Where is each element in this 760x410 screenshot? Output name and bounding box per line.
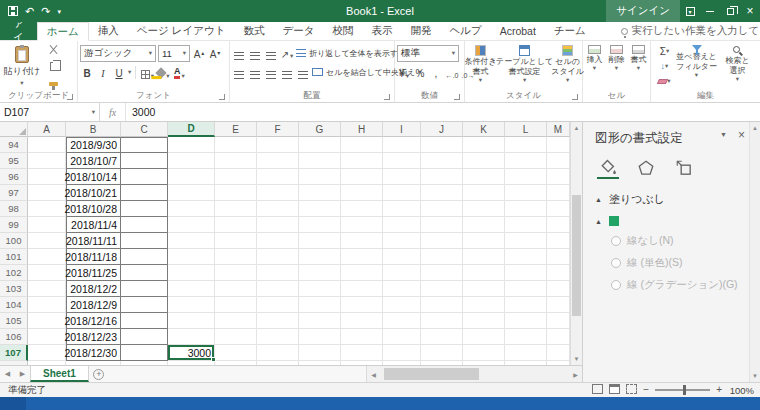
pane-close-button[interactable]: × — [738, 128, 745, 142]
column-header-H[interactable]: H — [341, 122, 383, 137]
cell-E101[interactable] — [215, 249, 257, 265]
cell-H105[interactable] — [341, 313, 383, 329]
cell-L105[interactable] — [505, 313, 547, 329]
cell-K95[interactable] — [463, 153, 505, 169]
cell-H[interactable] — [341, 361, 383, 365]
cell-D102[interactable] — [168, 265, 215, 281]
cell-L100[interactable] — [505, 233, 547, 249]
cell-E103[interactable] — [215, 281, 257, 297]
cell-I101[interactable] — [383, 249, 421, 265]
cell-G106[interactable] — [299, 329, 341, 345]
cell-G94[interactable] — [299, 137, 341, 153]
cell-A99[interactable] — [28, 217, 66, 233]
cell-C105[interactable] — [121, 313, 168, 329]
cell-C103[interactable] — [121, 281, 168, 297]
cell-G99[interactable] — [299, 217, 341, 233]
cell-M106[interactable] — [547, 329, 570, 345]
horizontal-scroll-track[interactable] — [380, 366, 569, 382]
cell-J94[interactable] — [421, 137, 463, 153]
row-header-102[interactable]: 102 — [0, 265, 28, 281]
cell-E96[interactable] — [215, 169, 257, 185]
sheet-nav-right-icon[interactable]: ▶ — [15, 366, 30, 382]
cell-F94[interactable] — [257, 137, 299, 153]
select-all-button[interactable] — [0, 122, 28, 137]
cell-L94[interactable] — [505, 137, 547, 153]
cell-J106[interactable] — [421, 329, 463, 345]
cell-F[interactable] — [257, 361, 299, 365]
cell-M107[interactable] — [547, 345, 570, 361]
cell-A94[interactable] — [28, 137, 66, 153]
cell-J104[interactable] — [421, 297, 463, 313]
clear-button[interactable]: ▾ — [657, 75, 673, 88]
cell-F101[interactable] — [257, 249, 299, 265]
align-top-button[interactable] — [232, 46, 246, 61]
cell-C104[interactable] — [121, 297, 168, 313]
cell-I96[interactable] — [383, 169, 421, 185]
cell-M96[interactable] — [547, 169, 570, 185]
zoom-slider[interactable] — [655, 389, 710, 391]
cell-E106[interactable] — [215, 329, 257, 345]
cell-L97[interactable] — [505, 185, 547, 201]
column-header-K[interactable]: K — [463, 122, 505, 137]
dialog-launcher-icon[interactable] — [572, 94, 578, 100]
fill-color-button[interactable]: ▾ — [156, 65, 170, 80]
cell-D96[interactable] — [168, 169, 215, 185]
cell-M98[interactable] — [547, 201, 570, 217]
column-header-I[interactable]: I — [383, 122, 421, 137]
tab-ヘルプ[interactable]: ヘルプ — [440, 22, 490, 40]
cell-J103[interactable] — [421, 281, 463, 297]
cell-B99[interactable]: 2018/11/4 — [66, 217, 121, 233]
conditional-formatting-button[interactable]: 条件付き 書式 ▾ — [464, 43, 496, 90]
cell-G104[interactable] — [299, 297, 341, 313]
dialog-launcher-icon[interactable] — [67, 94, 73, 100]
close-button[interactable]: × — [740, 0, 760, 22]
cell-K106[interactable] — [463, 329, 505, 345]
cut-button[interactable] — [45, 43, 61, 56]
align-middle-button[interactable] — [248, 46, 262, 61]
wrap-text-button[interactable]: 折り返して全体を表示する — [296, 45, 406, 61]
row-header-94[interactable]: 94 — [0, 137, 28, 153]
align-left-button[interactable] — [232, 65, 246, 80]
zoom-slider-thumb[interactable] — [683, 385, 686, 395]
cell-L102[interactable] — [505, 265, 547, 281]
cell-I99[interactable] — [383, 217, 421, 233]
cell-G96[interactable] — [299, 169, 341, 185]
cell-G102[interactable] — [299, 265, 341, 281]
cell-G98[interactable] — [299, 201, 341, 217]
cell-J98[interactable] — [421, 201, 463, 217]
name-box[interactable]: D107 ▾ — [0, 103, 100, 121]
cell-G95[interactable] — [299, 153, 341, 169]
cell-L[interactable] — [505, 361, 547, 365]
column-header-D[interactable]: D — [168, 122, 215, 137]
cell-E[interactable] — [215, 361, 257, 365]
column-header-G[interactable]: G — [299, 122, 341, 137]
column-header-A[interactable]: A — [28, 122, 66, 137]
cell-B101[interactable]: 2018/11/18 — [66, 249, 121, 265]
cell-B94[interactable]: 2018/9/30 — [66, 137, 121, 153]
scroll-up-icon[interactable]: ▲ — [571, 122, 582, 134]
cell-A107[interactable] — [28, 345, 66, 361]
cell-D103[interactable] — [168, 281, 215, 297]
italic-button[interactable]: I — [96, 65, 110, 80]
cell-H102[interactable] — [341, 265, 383, 281]
cell-K104[interactable] — [463, 297, 505, 313]
cell-F96[interactable] — [257, 169, 299, 185]
start-button[interactable] — [0, 397, 26, 410]
cell-I105[interactable] — [383, 313, 421, 329]
pane-options-button[interactable]: ▼ — [720, 131, 727, 138]
align-bottom-button[interactable] — [264, 46, 278, 61]
cell-C[interactable] — [121, 361, 168, 365]
dialog-launcher-icon[interactable] — [219, 94, 225, 100]
cell-I100[interactable] — [383, 233, 421, 249]
sign-in-button[interactable]: サインイン — [606, 0, 680, 22]
cell-K101[interactable] — [463, 249, 505, 265]
format-painter-button[interactable] — [45, 77, 61, 90]
row-header-97[interactable]: 97 — [0, 185, 28, 201]
cell-A106[interactable] — [28, 329, 66, 345]
cell-H103[interactable] — [341, 281, 383, 297]
cell-K97[interactable] — [463, 185, 505, 201]
cell-M102[interactable] — [547, 265, 570, 281]
cell-G100[interactable] — [299, 233, 341, 249]
cell-E94[interactable] — [215, 137, 257, 153]
tab-表示[interactable]: 表示 — [362, 22, 401, 40]
